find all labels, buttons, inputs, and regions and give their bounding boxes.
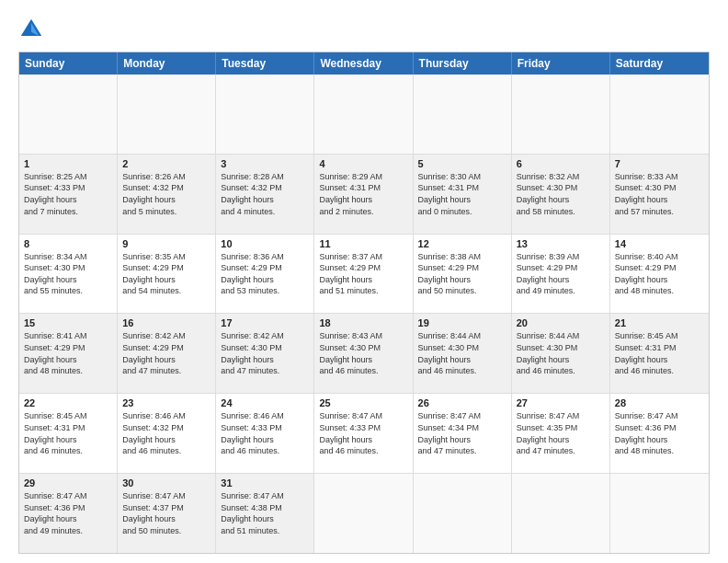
day-info: Sunrise: 8:47 AMSunset: 4:37 PMDaylight … bbox=[122, 490, 210, 536]
cal-cell-empty bbox=[314, 474, 413, 553]
cal-cell-day-22: 22Sunrise: 8:45 AMSunset: 4:31 PMDayligh… bbox=[19, 394, 118, 473]
day-info: Sunrise: 8:34 AMSunset: 4:30 PMDaylight … bbox=[24, 251, 112, 297]
cal-cell-day-3: 3Sunrise: 8:28 AMSunset: 4:32 PMDaylight… bbox=[216, 155, 314, 234]
calendar-body: 1Sunrise: 8:25 AMSunset: 4:33 PMDaylight… bbox=[19, 75, 709, 553]
cal-cell-empty bbox=[19, 75, 118, 154]
logo bbox=[18, 17, 48, 42]
day-number: 8 bbox=[24, 238, 112, 249]
cal-week-0 bbox=[19, 75, 709, 154]
cal-cell-day-23: 23Sunrise: 8:46 AMSunset: 4:32 PMDayligh… bbox=[118, 394, 216, 473]
day-info: Sunrise: 8:39 AMSunset: 4:29 PMDaylight … bbox=[517, 251, 605, 297]
day-info: Sunrise: 8:47 AMSunset: 4:36 PMDaylight … bbox=[615, 410, 704, 456]
cal-cell-day-13: 13Sunrise: 8:39 AMSunset: 4:29 PMDayligh… bbox=[512, 235, 610, 314]
day-info: Sunrise: 8:44 AMSunset: 4:30 PMDaylight … bbox=[418, 330, 506, 376]
day-info: Sunrise: 8:26 AMSunset: 4:32 PMDaylight … bbox=[122, 171, 210, 217]
day-number: 9 bbox=[122, 238, 210, 249]
day-number: 4 bbox=[319, 158, 407, 169]
cal-header-sunday: Sunday bbox=[19, 52, 118, 75]
day-info: Sunrise: 8:33 AMSunset: 4:30 PMDaylight … bbox=[615, 171, 704, 217]
cal-week-4: 22Sunrise: 8:45 AMSunset: 4:31 PMDayligh… bbox=[19, 393, 709, 473]
cal-cell-empty bbox=[610, 75, 709, 154]
cal-cell-day-16: 16Sunrise: 8:42 AMSunset: 4:29 PMDayligh… bbox=[118, 314, 216, 393]
day-info: Sunrise: 8:47 AMSunset: 4:38 PMDaylight … bbox=[221, 490, 309, 536]
cal-cell-day-2: 2Sunrise: 8:26 AMSunset: 4:32 PMDaylight… bbox=[118, 155, 216, 234]
day-number: 26 bbox=[418, 397, 506, 408]
calendar-header-row: SundayMondayTuesdayWednesdayThursdayFrid… bbox=[19, 52, 709, 75]
day-info: Sunrise: 8:42 AMSunset: 4:29 PMDaylight … bbox=[122, 330, 210, 376]
cal-header-friday: Friday bbox=[512, 52, 610, 75]
day-number: 30 bbox=[122, 477, 210, 488]
day-info: Sunrise: 8:46 AMSunset: 4:32 PMDaylight … bbox=[122, 410, 210, 456]
day-number: 14 bbox=[615, 238, 704, 249]
day-number: 12 bbox=[418, 238, 506, 249]
day-number: 10 bbox=[221, 238, 309, 249]
cal-header-saturday: Saturday bbox=[610, 52, 709, 75]
cal-cell-day-18: 18Sunrise: 8:43 AMSunset: 4:30 PMDayligh… bbox=[314, 314, 413, 393]
cal-cell-day-5: 5Sunrise: 8:30 AMSunset: 4:31 PMDaylight… bbox=[414, 155, 512, 234]
day-info: Sunrise: 8:25 AMSunset: 4:33 PMDaylight … bbox=[24, 171, 112, 217]
cal-cell-day-14: 14Sunrise: 8:40 AMSunset: 4:29 PMDayligh… bbox=[610, 235, 709, 314]
day-info: Sunrise: 8:42 AMSunset: 4:30 PMDaylight … bbox=[221, 330, 309, 376]
cal-cell-day-8: 8Sunrise: 8:34 AMSunset: 4:30 PMDaylight… bbox=[19, 235, 118, 314]
day-info: Sunrise: 8:32 AMSunset: 4:30 PMDaylight … bbox=[517, 171, 605, 217]
cal-cell-day-20: 20Sunrise: 8:44 AMSunset: 4:30 PMDayligh… bbox=[512, 314, 610, 393]
logo-icon bbox=[18, 17, 44, 42]
day-info: Sunrise: 8:45 AMSunset: 4:31 PMDaylight … bbox=[24, 410, 112, 456]
cal-cell-day-4: 4Sunrise: 8:29 AMSunset: 4:31 PMDaylight… bbox=[314, 155, 413, 234]
cal-cell-day-29: 29Sunrise: 8:47 AMSunset: 4:36 PMDayligh… bbox=[19, 474, 118, 553]
day-number: 29 bbox=[24, 477, 112, 488]
day-number: 6 bbox=[517, 158, 605, 169]
cal-cell-day-7: 7Sunrise: 8:33 AMSunset: 4:30 PMDaylight… bbox=[610, 155, 709, 234]
day-info: Sunrise: 8:47 AMSunset: 4:34 PMDaylight … bbox=[418, 410, 506, 456]
day-info: Sunrise: 8:43 AMSunset: 4:30 PMDaylight … bbox=[319, 330, 407, 376]
cal-cell-day-10: 10Sunrise: 8:36 AMSunset: 4:29 PMDayligh… bbox=[216, 235, 314, 314]
cal-cell-day-15: 15Sunrise: 8:41 AMSunset: 4:29 PMDayligh… bbox=[19, 314, 118, 393]
cal-cell-day-9: 9Sunrise: 8:35 AMSunset: 4:29 PMDaylight… bbox=[118, 235, 216, 314]
cal-cell-empty bbox=[512, 474, 610, 553]
cal-week-3: 15Sunrise: 8:41 AMSunset: 4:29 PMDayligh… bbox=[19, 313, 709, 393]
day-number: 24 bbox=[221, 397, 309, 408]
cal-cell-day-26: 26Sunrise: 8:47 AMSunset: 4:34 PMDayligh… bbox=[414, 394, 512, 473]
day-number: 18 bbox=[319, 317, 407, 328]
cal-week-5: 29Sunrise: 8:47 AMSunset: 4:36 PMDayligh… bbox=[19, 473, 709, 553]
cal-header-tuesday: Tuesday bbox=[216, 52, 314, 75]
day-number: 17 bbox=[221, 317, 309, 328]
day-number: 16 bbox=[122, 317, 210, 328]
day-info: Sunrise: 8:37 AMSunset: 4:29 PMDaylight … bbox=[319, 251, 407, 297]
cal-cell-day-1: 1Sunrise: 8:25 AMSunset: 4:33 PMDaylight… bbox=[19, 155, 118, 234]
day-number: 25 bbox=[319, 397, 407, 408]
day-info: Sunrise: 8:28 AMSunset: 4:32 PMDaylight … bbox=[221, 171, 309, 217]
day-info: Sunrise: 8:35 AMSunset: 4:29 PMDaylight … bbox=[122, 251, 210, 297]
day-info: Sunrise: 8:45 AMSunset: 4:31 PMDaylight … bbox=[615, 330, 704, 376]
day-info: Sunrise: 8:47 AMSunset: 4:36 PMDaylight … bbox=[24, 490, 112, 536]
day-number: 1 bbox=[24, 158, 112, 169]
day-info: Sunrise: 8:40 AMSunset: 4:29 PMDaylight … bbox=[615, 251, 704, 297]
cal-week-1: 1Sunrise: 8:25 AMSunset: 4:33 PMDaylight… bbox=[19, 154, 709, 234]
cal-cell-empty bbox=[216, 75, 314, 154]
day-number: 27 bbox=[517, 397, 605, 408]
page: SundayMondayTuesdayWednesdayThursdayFrid… bbox=[0, 0, 728, 563]
cal-cell-day-11: 11Sunrise: 8:37 AMSunset: 4:29 PMDayligh… bbox=[314, 235, 413, 314]
cal-cell-day-6: 6Sunrise: 8:32 AMSunset: 4:30 PMDaylight… bbox=[512, 155, 610, 234]
cal-cell-day-27: 27Sunrise: 8:47 AMSunset: 4:35 PMDayligh… bbox=[512, 394, 610, 473]
day-number: 22 bbox=[24, 397, 112, 408]
cal-cell-day-30: 30Sunrise: 8:47 AMSunset: 4:37 PMDayligh… bbox=[118, 474, 216, 553]
calendar: SundayMondayTuesdayWednesdayThursdayFrid… bbox=[18, 52, 710, 554]
day-info: Sunrise: 8:41 AMSunset: 4:29 PMDaylight … bbox=[24, 330, 112, 376]
cal-cell-day-12: 12Sunrise: 8:38 AMSunset: 4:29 PMDayligh… bbox=[414, 235, 512, 314]
cal-header-monday: Monday bbox=[118, 52, 216, 75]
day-number: 13 bbox=[517, 238, 605, 249]
cal-cell-empty bbox=[314, 75, 413, 154]
day-info: Sunrise: 8:44 AMSunset: 4:30 PMDaylight … bbox=[517, 330, 605, 376]
cal-cell-day-24: 24Sunrise: 8:46 AMSunset: 4:33 PMDayligh… bbox=[216, 394, 314, 473]
day-number: 23 bbox=[122, 397, 210, 408]
cal-cell-empty bbox=[414, 75, 512, 154]
day-number: 15 bbox=[24, 317, 112, 328]
day-info: Sunrise: 8:36 AMSunset: 4:29 PMDaylight … bbox=[221, 251, 309, 297]
day-number: 7 bbox=[615, 158, 704, 169]
day-info: Sunrise: 8:47 AMSunset: 4:35 PMDaylight … bbox=[517, 410, 605, 456]
day-info: Sunrise: 8:46 AMSunset: 4:33 PMDaylight … bbox=[221, 410, 309, 456]
day-number: 28 bbox=[615, 397, 704, 408]
cal-week-2: 8Sunrise: 8:34 AMSunset: 4:30 PMDaylight… bbox=[19, 234, 709, 314]
cal-cell-empty bbox=[118, 75, 216, 154]
